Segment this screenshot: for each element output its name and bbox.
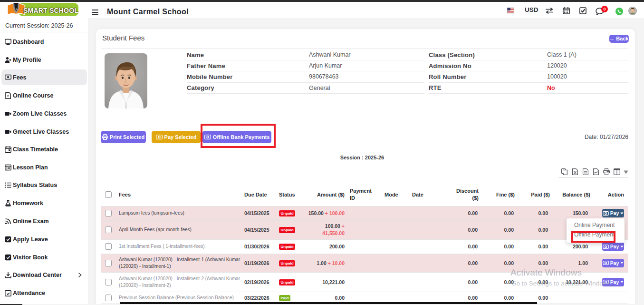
svg-text:SMART SCHOOL: SMART SCHOOL [23, 7, 78, 14]
